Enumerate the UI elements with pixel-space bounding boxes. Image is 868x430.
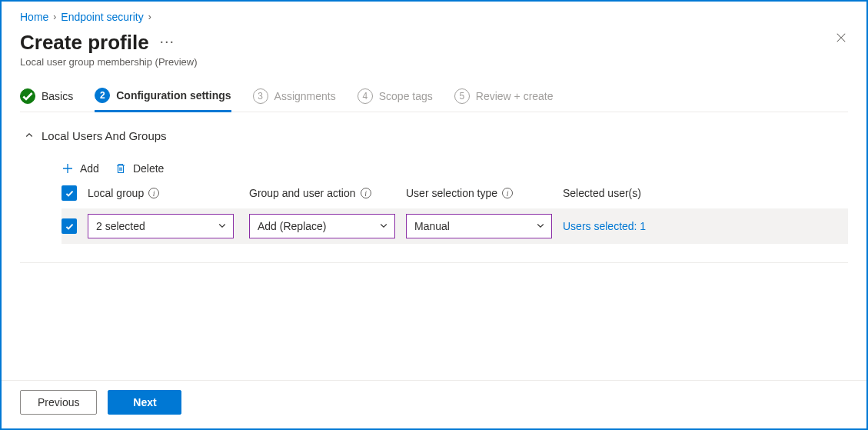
trash-icon — [115, 162, 127, 175]
page-title: Create profile — [20, 31, 149, 55]
step-label: Configuration settings — [116, 89, 231, 102]
step-basics[interactable]: Basics — [20, 88, 73, 112]
add-button[interactable]: Add — [62, 162, 99, 175]
step-number-icon: 3 — [253, 88, 268, 104]
step-label: Assignments — [274, 90, 336, 102]
delete-button[interactable]: Delete — [115, 162, 164, 175]
column-header-selected-users: Selected user(s) — [563, 187, 848, 199]
column-header-user-selection-type: User selection type i — [406, 187, 563, 199]
breadcrumb: Home › Endpoint security › — [20, 11, 848, 23]
step-review-create[interactable]: 5 Review + create — [454, 88, 554, 112]
wizard-stepper: Basics 2 Configuration settings 3 Assign… — [20, 88, 848, 112]
local-group-select[interactable]: 2 selected — [88, 214, 234, 238]
check-circle-icon — [20, 88, 35, 104]
user-selection-type-select[interactable]: Manual — [406, 214, 552, 238]
close-button[interactable] — [834, 31, 848, 45]
next-button[interactable]: Next — [108, 390, 181, 415]
step-scope-tags[interactable]: 4 Scope tags — [358, 88, 433, 112]
step-label: Review + create — [476, 90, 554, 102]
step-label: Basics — [42, 90, 73, 102]
delete-label: Delete — [133, 162, 164, 175]
step-configuration-settings[interactable]: 2 Configuration settings — [95, 88, 231, 112]
select-all-checkbox[interactable] — [62, 185, 77, 201]
previous-button[interactable]: Previous — [20, 390, 97, 415]
step-number-icon: 4 — [358, 88, 373, 104]
select-value: Add (Replace) — [258, 220, 327, 232]
select-value: 2 selected — [96, 220, 145, 232]
section-toggle-local-users-groups[interactable]: Local Users And Groups — [20, 126, 848, 145]
chevron-right-icon: › — [148, 12, 151, 22]
users-selected-link[interactable]: Users selected: 1 — [563, 220, 646, 232]
close-icon — [836, 32, 846, 43]
chevron-down-icon — [218, 220, 227, 232]
info-icon[interactable]: i — [502, 188, 513, 198]
chevron-up-icon — [25, 130, 34, 142]
table-row: 2 selected Add (Replace) Manual Users se… — [62, 208, 848, 244]
section-title: Local Users And Groups — [42, 129, 167, 142]
chevron-down-icon — [536, 220, 545, 232]
group-user-action-select[interactable]: Add (Replace) — [249, 214, 395, 238]
chevron-right-icon: › — [53, 12, 56, 22]
row-checkbox[interactable] — [62, 218, 77, 234]
more-actions-button[interactable]: ··· — [160, 32, 175, 49]
step-number-icon: 5 — [454, 88, 470, 104]
chevron-down-icon — [379, 220, 388, 232]
step-assignments[interactable]: 3 Assignments — [253, 88, 336, 112]
column-header-local-group: Local group i — [88, 187, 249, 199]
breadcrumb-home[interactable]: Home — [20, 11, 48, 23]
info-icon[interactable]: i — [361, 188, 371, 198]
select-value: Manual — [414, 220, 450, 232]
info-icon[interactable]: i — [148, 188, 159, 198]
step-number-icon: 2 — [95, 88, 110, 103]
add-label: Add — [80, 162, 99, 175]
page-subtitle: Local user group membership (Preview) — [20, 56, 197, 68]
wizard-footer: Previous Next — [2, 380, 866, 428]
step-label: Scope tags — [379, 90, 433, 102]
column-header-group-user-action: Group and user action i — [249, 187, 406, 199]
plus-icon — [62, 162, 74, 175]
breadcrumb-endpoint-security[interactable]: Endpoint security — [61, 11, 143, 23]
